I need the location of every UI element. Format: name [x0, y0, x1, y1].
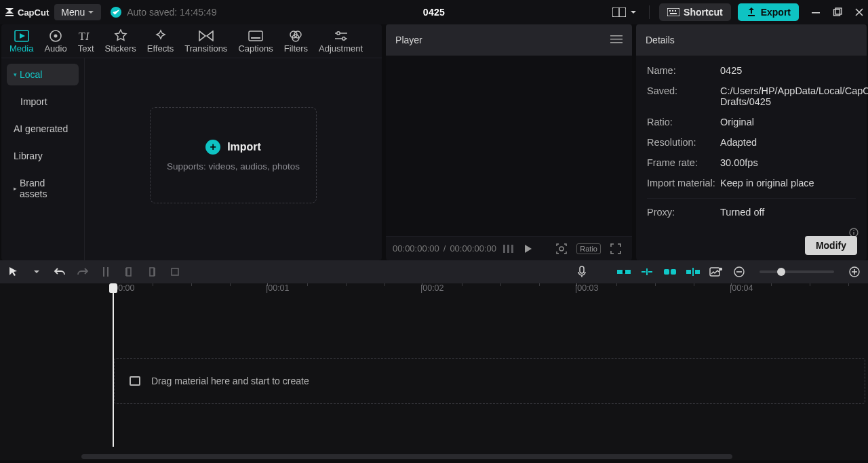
layout-button[interactable]: [610, 5, 639, 20]
tab-effects[interactable]: Effects: [143, 28, 178, 58]
library-panel: Media Audio TI Text Stickers Effects Tra…: [1, 24, 382, 260]
aspect-ratio-chip[interactable]: Ratio: [576, 243, 601, 254]
transitions-icon: [199, 28, 214, 43]
zoom-out-button[interactable]: [731, 264, 747, 280]
details-value-ratio: Original: [720, 117, 754, 127]
window-controls: [811, 7, 864, 17]
svg-rect-24: [610, 35, 623, 37]
linkage-button[interactable]: [662, 264, 678, 280]
svg-rect-6: [670, 13, 677, 14]
tab-stickers[interactable]: Stickers: [101, 28, 140, 58]
preview-axis-icon: [686, 267, 701, 277]
timeline-toolbar: [0, 260, 868, 283]
export-button[interactable]: Export: [738, 3, 799, 21]
details-panel-title: Details: [646, 35, 675, 45]
shortcut-button[interactable]: Shortcut: [659, 3, 731, 21]
import-cta-label: Import: [227, 141, 261, 153]
timeline[interactable]: |00:00 |00:01 |00:02 |00:03 |00:04 Drag …: [0, 283, 868, 460]
fullscreen-button[interactable]: [610, 243, 621, 254]
pointer-dropdown[interactable]: [28, 264, 45, 280]
compare-icon[interactable]: [503, 245, 513, 253]
playhead-grip-icon[interactable]: [109, 283, 117, 293]
tab-transitions[interactable]: Transitions: [180, 28, 231, 58]
player-panel-header: Player: [386, 24, 632, 56]
svg-rect-45: [695, 270, 700, 274]
auto-snap-button[interactable]: [639, 264, 655, 280]
timeline-ruler[interactable]: |00:00 |00:01 |00:02 |00:03 |00:04: [0, 283, 868, 298]
scan-icon: [556, 243, 567, 254]
zoom-slider[interactable]: [760, 270, 834, 273]
svg-rect-29: [853, 232, 854, 235]
pointer-icon: [8, 266, 19, 277]
microphone-icon: [577, 266, 587, 278]
fullscreen-icon: [610, 243, 621, 254]
timeline-drop-track[interactable]: Drag material here and start to create: [114, 358, 865, 404]
sidebar-item-import[interactable]: Import: [7, 91, 79, 113]
autosave-text: Auto saved: 14:45:49: [127, 7, 216, 18]
caret-right-icon: ▸: [14, 185, 17, 192]
tab-captions[interactable]: Captions: [234, 28, 277, 58]
player-panel: Player 00:00:00:00 / 00:00:00:00 Ratio: [386, 24, 632, 260]
record-audio-button[interactable]: [574, 264, 590, 280]
details-panel: Details Name:0425 Saved:C:/Users/HP/AppD…: [636, 24, 867, 260]
adjustment-icon: [334, 28, 349, 43]
tab-label: Text: [78, 43, 94, 54]
modify-button[interactable]: Modify: [805, 236, 857, 255]
cover-settings-button[interactable]: [708, 264, 724, 280]
menu-button-label: Menu: [61, 7, 85, 18]
svg-rect-3: [669, 10, 671, 12]
pointer-tool[interactable]: [5, 264, 22, 280]
sidebar-item-library[interactable]: Library: [7, 145, 79, 167]
scan-button[interactable]: [556, 243, 567, 254]
preview-axis-button[interactable]: [685, 264, 701, 280]
play-button[interactable]: [523, 244, 532, 254]
sidebar-item-local[interactable]: ▾Local: [7, 64, 79, 85]
timeline-horizontal-scrollbar[interactable]: [81, 454, 732, 459]
tab-label: Transitions: [184, 43, 227, 54]
zoom-in-button[interactable]: [846, 264, 863, 280]
app-logo: CapCut: [4, 7, 49, 18]
zoom-slider-thumb[interactable]: [777, 268, 785, 276]
sidebar-item-ai[interactable]: AI generated: [7, 118, 79, 140]
svg-rect-15: [249, 31, 262, 41]
caret-down-icon: ▾: [14, 71, 17, 78]
sidebar-item-brand-assets[interactable]: ▸Brand assets: [7, 172, 79, 205]
audio-icon: [49, 28, 62, 43]
minimize-button[interactable]: [811, 7, 821, 17]
check-circle-icon: [111, 7, 121, 18]
split-tool[interactable]: [98, 264, 114, 280]
close-button[interactable]: [854, 7, 864, 17]
maximize-button[interactable]: [833, 7, 842, 17]
minimize-icon: [811, 7, 821, 17]
trim-left-tool[interactable]: [121, 264, 137, 280]
text-icon: TI: [79, 28, 94, 43]
svg-rect-47: [710, 268, 719, 276]
separator: /: [443, 243, 446, 254]
trim-right-icon: [147, 266, 157, 277]
magnet-main-track-button[interactable]: [616, 264, 632, 280]
tab-media[interactable]: Media: [5, 28, 37, 58]
ruler-label: |00:04: [730, 283, 753, 293]
export-button-label: Export: [761, 7, 791, 18]
import-dropzone[interactable]: + Import Supports: videos, audios, photo…: [150, 107, 317, 203]
details-value-resolution: Adapted: [720, 137, 757, 148]
player-stage[interactable]: [386, 56, 632, 236]
details-panel-header: Details: [636, 24, 867, 56]
redo-button[interactable]: [75, 264, 91, 280]
tab-adjustment[interactable]: Adjustment: [315, 28, 367, 58]
menu-button[interactable]: Menu: [54, 4, 101, 20]
snap-icon: [639, 267, 654, 277]
maximize-icon: [833, 7, 842, 17]
undo-button[interactable]: [52, 264, 68, 280]
tab-text[interactable]: TI Text: [74, 28, 98, 58]
tab-audio[interactable]: Audio: [40, 28, 71, 58]
svg-rect-42: [664, 269, 669, 275]
details-value-framerate: 30.00fps: [720, 157, 758, 168]
panel-menu-button[interactable]: [610, 35, 623, 45]
timeline-toolbar-left: [5, 264, 183, 280]
trim-right-tool[interactable]: [144, 264, 160, 280]
details-value-saved: C:/Users/HP/AppData/Local/CapCut Drafts/…: [720, 85, 856, 107]
svg-rect-34: [127, 268, 131, 276]
tab-filters[interactable]: Filters: [280, 28, 312, 58]
delete-tool[interactable]: [167, 264, 183, 280]
